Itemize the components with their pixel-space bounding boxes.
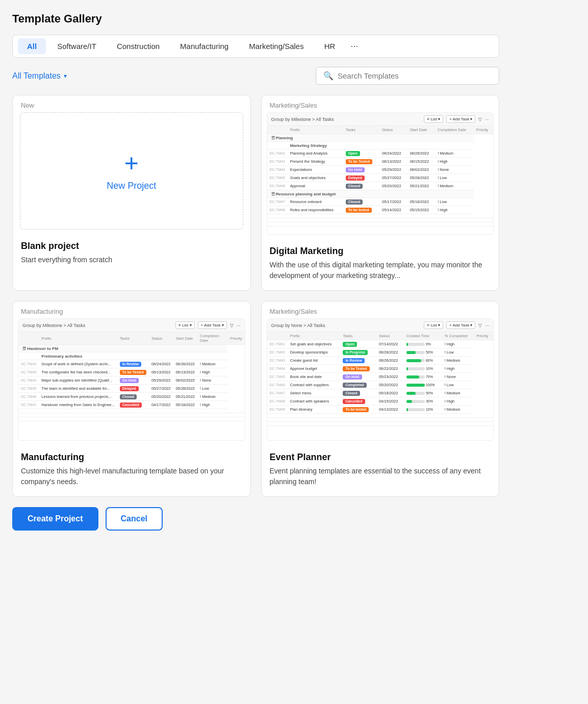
progress-bar xyxy=(406,392,425,395)
col-checkbox xyxy=(267,332,288,340)
status-badge: In Progress xyxy=(343,350,368,355)
card-desc: Event planning templates are essential t… xyxy=(270,466,491,487)
tab-all[interactable]: All xyxy=(18,38,46,54)
column-header: Priority xyxy=(227,332,244,345)
more-icon[interactable]: ··· xyxy=(485,323,489,328)
status-badge: Closed xyxy=(346,199,363,205)
table-row: DC-TM49 Plan itinerary To be tested 04/1… xyxy=(267,406,494,414)
status-badge: On Hold xyxy=(343,374,362,380)
all-templates-label: All Templates xyxy=(12,71,61,81)
table-empty-row xyxy=(267,222,494,227)
cancel-button[interactable]: Cancel xyxy=(106,507,163,531)
table-empty-row xyxy=(267,422,494,426)
card-new[interactable]: New + New Project Blank project Start ev… xyxy=(12,95,251,291)
cards-grid: New + New Project Blank project Start ev… xyxy=(12,95,499,497)
tab-more-btn[interactable]: ··· xyxy=(346,39,362,54)
create-project-button[interactable]: Create Project xyxy=(12,507,98,531)
table-row: DC-TM41 Set goals and objectives Open 07… xyxy=(267,340,494,348)
column-header: Prefix xyxy=(288,332,341,340)
progress-bar xyxy=(406,367,425,370)
status-badge: To be tested xyxy=(343,407,369,412)
column-header: Status xyxy=(376,332,404,340)
tab-manufacturing[interactable]: Manufacturing xyxy=(171,38,238,54)
add-task-btn[interactable]: + Add Task ▾ xyxy=(446,321,475,329)
preview-header: Group by Milestone > All Tasks ≡ List ▾ … xyxy=(18,319,245,332)
add-task-btn[interactable]: + Add Task ▾ xyxy=(446,115,475,123)
card-manufacturing[interactable]: Manufacturing Group by Milestone > All T… xyxy=(12,301,251,497)
filter-icon[interactable]: ▽ xyxy=(230,323,234,328)
tab-software[interactable]: Software/IT xyxy=(48,38,106,54)
preview-table: PrefixTasksStatusStart DateCompletion Da… xyxy=(267,126,494,227)
progress-bar xyxy=(406,400,425,403)
more-icon[interactable]: ··· xyxy=(237,323,241,328)
table-empty-row xyxy=(18,413,245,417)
table-row: DC-TM44 Approve budget To be Tested 06/2… xyxy=(267,365,494,373)
list-btn[interactable]: ≡ List ▾ xyxy=(424,115,443,123)
list-btn[interactable]: ≡ List ▾ xyxy=(424,321,443,329)
card-desc: With the use of this digital marketing t… xyxy=(270,260,491,281)
card-title: Digital Marketing xyxy=(270,246,491,257)
status-badge: Open xyxy=(346,151,360,156)
card-info: Manufacturing Customize this high-level … xyxy=(13,446,250,496)
table-empty-row xyxy=(267,214,494,218)
col-checkbox xyxy=(18,332,39,345)
status-badge: Completed xyxy=(343,383,366,388)
card-category: Manufacturing xyxy=(13,301,250,318)
tab-marketing[interactable]: Marketing/Sales xyxy=(240,38,313,54)
table-header-row: PrefixTasksStatusStart DateCompletion Da… xyxy=(18,332,245,345)
breadcrumb: Group by Milestone > All Tasks xyxy=(22,323,85,328)
table-row: DC-TM45 Goals and objectives Delayed 05/… xyxy=(267,174,494,182)
table-row: DC-TM44 Major sub-supplies are identifie… xyxy=(18,376,245,385)
table-header-row: PrefixTasksStatusStart DateCompletion Da… xyxy=(267,126,494,134)
table-empty-row xyxy=(267,414,494,418)
card-category: New xyxy=(13,95,250,112)
column-header: Completion Date xyxy=(197,332,227,345)
table-group-header: ☰ Resource planning and budget xyxy=(267,190,494,198)
table-empty-row xyxy=(267,218,494,222)
card-desc: Start everything from scratch xyxy=(21,255,242,265)
filter-icon[interactable]: ▽ xyxy=(478,117,482,122)
add-task-btn[interactable]: + Add Task ▾ xyxy=(198,321,227,329)
search-icon: 🔍 xyxy=(323,71,334,81)
progress-bar xyxy=(406,343,425,346)
table-row: DC-TM45 Book site and date On Hold 05/23… xyxy=(267,373,494,381)
tab-hr[interactable]: HR xyxy=(315,38,345,54)
tabs-bar: AllSoftware/ITConstructionManufacturingM… xyxy=(12,35,499,58)
table-empty-row xyxy=(267,418,494,422)
card-desc: Customize this high-level manufacturing … xyxy=(21,466,242,487)
chevron-down-icon: ▾ xyxy=(64,72,67,80)
column-header: Start Date xyxy=(407,126,436,134)
column-header: Tasks xyxy=(340,332,376,340)
table-row: DC-TM43 Present the Strategy To be Teste… xyxy=(267,158,494,166)
table-row: DC-TM46 Lessons learned from previous pr… xyxy=(18,393,245,401)
preview-table: PrefixTasksStatusCreated Time% Completed… xyxy=(267,332,494,426)
table-row: Marketing Strategy xyxy=(267,142,494,149)
status-badge: Cancelled xyxy=(120,403,142,408)
all-templates-btn[interactable]: All Templates ▾ xyxy=(12,71,67,81)
status-badge: In Review xyxy=(120,362,141,367)
list-btn[interactable]: ≡ List ▾ xyxy=(175,321,195,329)
table-row: DC-TM47 Handover meeting from Sales to E… xyxy=(18,401,245,409)
card-info: Event Planner Event planning templates a… xyxy=(262,446,499,496)
table-group-header: ☰ Planning xyxy=(267,134,494,142)
card-title: Manufacturing xyxy=(21,452,242,463)
progress-bar xyxy=(406,384,425,387)
card-event-planner[interactable]: Marketing/Sales Group by None > All Task… xyxy=(261,301,500,497)
filter-icon[interactable]: ▽ xyxy=(478,323,482,328)
table-empty-row xyxy=(18,417,245,421)
tab-construction[interactable]: Construction xyxy=(108,38,169,54)
column-header: Completion Date xyxy=(435,126,474,134)
template-preview: Group by Milestone > All Tasks ≡ List ▾ … xyxy=(267,112,494,235)
more-icon[interactable]: ··· xyxy=(485,117,489,122)
status-badge: On Hold xyxy=(120,378,139,383)
table-header-row: PrefixTasksStatusCreated Time% Completed… xyxy=(267,332,494,340)
column-header: % Completed xyxy=(442,332,474,340)
card-digital-marketing[interactable]: Marketing/Sales Group by Milestone > All… xyxy=(261,95,500,291)
table-row: DC-TM42 Develop sponsorships In Progress… xyxy=(267,348,494,357)
preview-header: Group by Milestone > All Tasks ≡ List ▾ … xyxy=(267,113,494,126)
table-row: DC-TM42 Planning and Analysis Open 06/24… xyxy=(267,149,494,158)
preview-table: PrefixTasksStatusStart DateCompletion Da… xyxy=(18,332,245,421)
search-input[interactable] xyxy=(338,71,492,80)
column-header: Created Time xyxy=(404,332,442,340)
breadcrumb: Group by Milestone > All Tasks xyxy=(271,117,334,122)
